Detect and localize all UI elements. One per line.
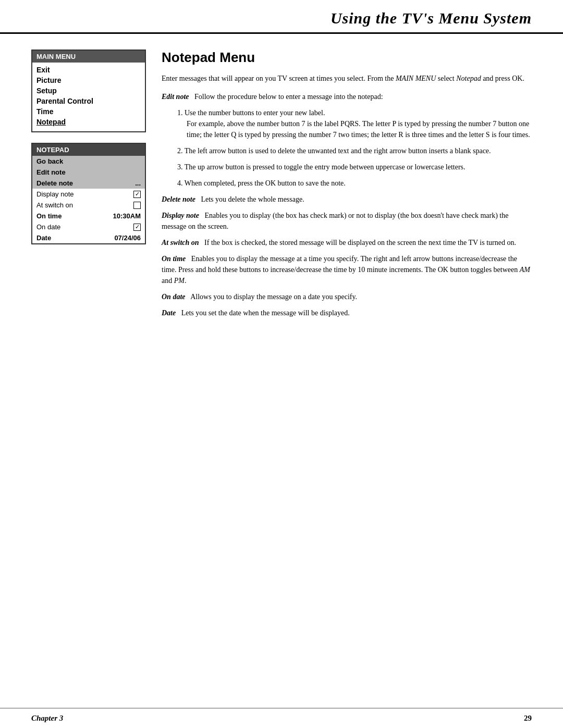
numbered-item-3: 3. The up arrow button is pressed to tog…: [177, 162, 532, 172]
content-area: Notepad Menu Enter messages that will ap…: [162, 50, 532, 324]
display-note-term: Display note: [162, 212, 203, 219]
notepad-item-deletenote[interactable]: Delete note ...: [32, 178, 145, 189]
numbered-item-4: 4. When completed, press the OK button t…: [177, 178, 532, 189]
header-title: Using the TV's Menu System: [331, 9, 532, 27]
delete-note-term: Delete note: [162, 195, 199, 203]
on-date-block: On date Allows you to display the messag…: [162, 291, 532, 302]
notepad-item-ontime-label: On time: [36, 212, 109, 220]
menu-item-setup[interactable]: Setup: [36, 85, 141, 96]
notepad-item-date-value: 07/24/06: [114, 234, 141, 242]
at-switch-on-block: At switch on If the box is checked, the …: [162, 237, 532, 248]
main-menu-box: MAIN MENU Exit Picture Setup Parental Co…: [31, 50, 146, 132]
notepad-item-atswitchon[interactable]: At switch on: [32, 200, 145, 211]
numbered-item-1: 1. Use the number buttons to enter your …: [177, 107, 532, 140]
delete-note-desc: Lets you delete the whole message.: [201, 195, 304, 203]
notepad-menu-box: NOTEPAD Go back Edit note Delete note ..…: [31, 143, 146, 244]
menu-item-time[interactable]: Time: [36, 106, 141, 117]
edit-note-term: Edit note: [162, 93, 193, 101]
numbered-item-2: 2. The left arrow button is used to dele…: [177, 145, 532, 156]
sidebar: MAIN MENU Exit Picture Setup Parental Co…: [31, 50, 146, 324]
on-date-desc: Allows you to display the message on a d…: [190, 293, 357, 301]
on-time-desc: Enables you to display the message at a …: [162, 255, 530, 285]
notepad-item-atswitchon-label: At switch on: [36, 201, 133, 209]
menu-item-picture[interactable]: Picture: [36, 75, 141, 85]
at-switch-on-desc: If the box is checked, the stored messag…: [204, 239, 516, 246]
notepad-menu-header: NOTEPAD: [32, 144, 145, 156]
on-time-term: On time: [162, 255, 189, 263]
section-title: Notepad Menu: [162, 50, 532, 66]
date-desc: Lets you set the date when the message w…: [181, 309, 350, 317]
menu-item-exit[interactable]: Exit: [36, 65, 141, 75]
menu-item-notepad[interactable]: Notepad: [36, 117, 141, 127]
notepad-item-editnote[interactable]: Edit note: [32, 167, 145, 178]
notepad-item-editnote-label: Edit note: [36, 168, 141, 176]
footer-page: 29: [524, 714, 532, 723]
notepad-item-deletenote-label: Delete note: [36, 179, 131, 187]
notepad-item-ondate[interactable]: On date: [32, 221, 145, 232]
notepad-item-displaynote-checkbox: [133, 191, 141, 198]
main-menu-header: MAIN MENU: [32, 51, 145, 63]
main-menu-items: Exit Picture Setup Parental Control Time…: [32, 63, 145, 131]
on-time-am: AM: [520, 266, 530, 274]
numbered-section: 1. Use the number buttons to enter your …: [177, 107, 532, 189]
display-note-block: Display note Enables you to display (the…: [162, 210, 532, 232]
delete-note-block: Delete note Lets you delete the whole me…: [162, 194, 532, 205]
on-time-pm: PM: [174, 277, 185, 285]
notepad-item-ondate-checkbox: [133, 224, 141, 231]
notepad-item-date[interactable]: Date 07/24/06: [32, 232, 145, 243]
notepad-item-deletenote-value: ...: [135, 179, 141, 187]
menu-item-parental[interactable]: Parental Control: [36, 96, 141, 106]
notepad-item-displaynote[interactable]: Display note: [32, 189, 145, 200]
notepad-item-atswitchon-checkbox: [133, 202, 141, 209]
intro-paragraph: Enter messages that will appear on you T…: [162, 73, 532, 84]
notepad-item-goback[interactable]: Go back: [32, 156, 145, 167]
date-block: Date Lets you set the date when the mess…: [162, 307, 532, 318]
edit-note-block: Edit note Follow the procedure below to …: [162, 91, 532, 102]
at-switch-on-term: At switch on: [162, 239, 203, 246]
notepad-item-goback-label: Go back: [36, 157, 141, 165]
notepad-item-ontime[interactable]: On time 10:30AM: [32, 211, 145, 221]
display-note-desc: Enables you to display (the box has chec…: [162, 212, 508, 230]
page-footer: Chapter 3 29: [0, 708, 563, 728]
intro-main-menu-ref: MAIN MENU: [396, 75, 436, 82]
footer-chapter: Chapter 3: [31, 714, 63, 723]
notepad-item-ontime-value: 10:30AM: [113, 212, 141, 220]
edit-note-desc: Follow the procedure below to enter a me…: [194, 93, 383, 101]
notepad-item-date-label: Date: [36, 234, 110, 242]
main-content: MAIN MENU Exit Picture Setup Parental Co…: [0, 34, 563, 339]
notepad-item-ondate-label: On date: [36, 223, 133, 231]
intro-notepad-ref: Notepad: [456, 75, 481, 82]
page-header: Using the TV's Menu System: [0, 0, 563, 34]
notepad-item-displaynote-label: Display note: [36, 190, 133, 198]
on-time-block: On time Enables you to display the messa…: [162, 253, 532, 286]
date-term: Date: [162, 309, 179, 317]
on-date-term: On date: [162, 293, 189, 301]
